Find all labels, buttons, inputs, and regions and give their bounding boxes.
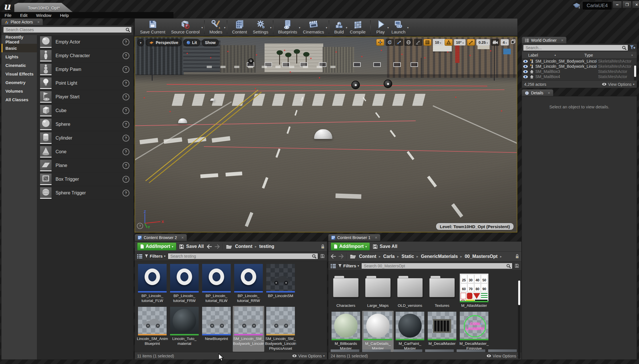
category-geometry[interactable]: Geometry <box>1 78 37 87</box>
breadcrumb-testing[interactable]: testing <box>259 244 274 249</box>
surface-snap-button[interactable] <box>414 39 422 46</box>
toolbar-content[interactable]: Content <box>229 19 250 36</box>
filters-button[interactable]: Filters▾ <box>338 263 359 268</box>
content-search-input[interactable] <box>168 253 318 259</box>
breadcrumb-content[interactable]: Content <box>235 244 252 249</box>
category-volumes[interactable]: Volumes <box>1 87 37 95</box>
column-type[interactable]: Type <box>584 53 593 57</box>
rotate-tool-button[interactable] <box>386 39 394 46</box>
help-icon[interactable]: ? <box>123 176 129 183</box>
save-all-button[interactable]: Save All <box>373 244 397 249</box>
place-item-cube[interactable]: Cube? <box>37 104 133 118</box>
content-scrollbar[interactable] <box>518 280 520 359</box>
place-item-plane[interactable]: Plane? <box>37 159 133 172</box>
move-tool-button[interactable] <box>376 39 384 46</box>
asset-m-decalmaster[interactable]: M_DecalMaster <box>426 311 458 352</box>
tab-details[interactable]: Details ✕ <box>522 89 553 96</box>
save-all-button[interactable]: Save All <box>179 244 204 249</box>
viewport-scene[interactable] <box>135 37 517 232</box>
forward-arrow-icon[interactable] <box>214 244 220 249</box>
asset-large-maps[interactable]: Large_Maps <box>362 273 394 309</box>
view-options-button[interactable]: View Options▾ <box>486 354 519 358</box>
toolbar-play[interactable]: ▾Play <box>372 19 388 36</box>
save-search-icon[interactable] <box>515 264 519 268</box>
asset-bp-lincoln-tutorial-rlw[interactable]: BP_Lincoln_ tutorial_RLW <box>201 263 232 304</box>
help-icon[interactable]: ? <box>123 94 129 100</box>
close-button[interactable]: ✕ <box>632 1 639 8</box>
asset-bp-lincoln-tutorial-flw[interactable]: BP_Lincoln_ tutorial_FLW <box>137 263 168 304</box>
toolbar-modes[interactable]: ▾Modes <box>206 19 225 36</box>
back-arrow-icon[interactable] <box>207 244 212 249</box>
asset-lincoln-sm-anim-blueprint[interactable]: Lincoln_SM_Anim Blueprint <box>137 306 168 352</box>
viewport-help-icon[interactable]: ? <box>137 223 143 229</box>
save-search-icon[interactable] <box>320 254 325 258</box>
place-item-player-start[interactable]: Player Start? <box>37 90 133 104</box>
lock-icon[interactable] <box>515 254 519 259</box>
toolbar-build[interactable]: ▾Build <box>331 19 347 36</box>
asset-characters[interactable]: Characters <box>330 273 362 309</box>
toolbar-cinematics[interactable]: ▾Cinematics <box>300 19 327 36</box>
help-icon[interactable]: ? <box>123 66 129 73</box>
level-tab[interactable]: Town10HD_Opt* <box>14 3 73 13</box>
visibility-eye-icon[interactable] <box>523 70 528 73</box>
outliner-row-sm-mailbox3[interactable]: SM_MailBox3StaticMeshActor <box>522 69 637 74</box>
category-lights[interactable]: Lights <box>1 52 37 61</box>
asset-lincoln-tuto-material[interactable]: Lincoln_Tuto_ material <box>169 306 200 352</box>
toolbar-source-control[interactable]: ▾Source Control <box>168 19 202 36</box>
help-icon[interactable]: ? <box>123 190 129 196</box>
dropdown-caret-icon[interactable]: ▾ <box>326 26 327 29</box>
forward-arrow-icon[interactable] <box>338 254 344 258</box>
place-item-cylinder[interactable]: Cylinder? <box>37 131 133 145</box>
asset-sm-lincoln-sm-bodywork-lincoln[interactable]: SM_Lincoln_SM_ Bodywork_Lincoln <box>233 306 264 352</box>
add-import-button[interactable]: Add/Import▾ <box>331 242 370 250</box>
asset-old-versions[interactable]: OLD_versions <box>394 273 426 309</box>
asset-textures[interactable]: Textures <box>426 273 458 309</box>
view-options-button[interactable]: View Options▾ <box>292 354 325 358</box>
menu-help[interactable]: Help <box>60 13 69 18</box>
category-basic[interactable]: Basic <box>1 44 37 52</box>
place-item-point-light[interactable]: Point Light? <box>37 76 133 90</box>
breadcrumb-content[interactable]: Content <box>359 254 376 259</box>
asset-m-carpaint-master[interactable]: M_CarPaint_ Master <box>394 311 426 352</box>
lit-mode-button[interactable]: Lit <box>183 39 200 46</box>
help-icon[interactable]: ? <box>123 80 129 87</box>
grid-snap-value[interactable]: 10▾ <box>433 39 443 45</box>
dropdown-caret-icon[interactable]: ▾ <box>407 26 409 29</box>
place-item-empty-pawn[interactable]: Empty Pawn? <box>37 63 133 76</box>
category-visual-effects[interactable]: Visual Effects <box>1 69 37 78</box>
viewport[interactable]: ▾ Perspective Lit Show 10▾10°▾0.25▾4▾ Z … <box>135 37 517 232</box>
menu-window[interactable]: Window <box>36 13 51 18</box>
outliner-search-input[interactable] <box>523 45 628 51</box>
help-icon[interactable]: ? <box>123 39 129 45</box>
category-recently-placed[interactable]: Recently Placed <box>1 35 37 44</box>
tab-content-browser-2[interactable]: Content Browser 2 ✕ <box>135 234 187 241</box>
toolbar-compile[interactable]: Compile <box>347 19 368 36</box>
maximize-button[interactable]: ❐ <box>622 1 632 8</box>
maximize-viewport-icon[interactable] <box>511 39 515 44</box>
place-item-sphere[interactable]: Sphere? <box>37 118 133 131</box>
help-icon[interactable]: ? <box>123 135 129 142</box>
viewport-options-button[interactable]: ▾ <box>137 39 144 46</box>
toolbar-settings[interactable]: ▾Settings <box>250 19 271 36</box>
search-classes-input[interactable] <box>3 27 132 33</box>
lock-icon[interactable] <box>321 244 325 249</box>
asset-m-atlasmaster[interactable]: 2530405060708090M_AtlasMaster <box>458 273 490 309</box>
outliner-row-sm-lincoln-sm-bodywork-lincoln11[interactable]: SM_Lincoln_SM_Bodywork_Lincoln11Skeletal… <box>522 64 637 69</box>
camera-speed-value[interactable]: 4▾ <box>501 39 509 45</box>
place-item-box-trigger[interactable]: Box Trigger? <box>37 172 133 186</box>
place-item-empty-actor[interactable]: Empty Actor? <box>37 35 133 49</box>
content-search-input[interactable] <box>361 263 512 269</box>
help-icon[interactable]: ? <box>123 162 129 169</box>
rotation-snap-value[interactable]: 10°▾ <box>454 39 466 45</box>
list-view-icon[interactable] <box>331 264 336 268</box>
place-item-cone[interactable]: Cone? <box>37 145 133 159</box>
help-icon[interactable]: ? <box>123 52 129 59</box>
place-item-empty-character[interactable]: Empty Character? <box>37 49 133 63</box>
add-import-button[interactable]: Add/Import▾ <box>137 242 176 250</box>
list-view-icon[interactable] <box>137 254 142 258</box>
outliner-row-sm-lincoln-sm-bodywork-lincoln10[interactable]: SM_Lincoln_SM_Bodywork_Lincoln10Skeletal… <box>522 59 637 64</box>
grid-snap-button[interactable] <box>423 39 431 46</box>
close-icon[interactable]: ✕ <box>375 236 377 240</box>
asset-bp-lincoln-tutorial-frw[interactable]: BP_Lincoln_ tutorial_FRW <box>169 263 200 304</box>
breadcrumb-00-mastersopt[interactable]: 00_MastersOpt <box>465 254 498 259</box>
